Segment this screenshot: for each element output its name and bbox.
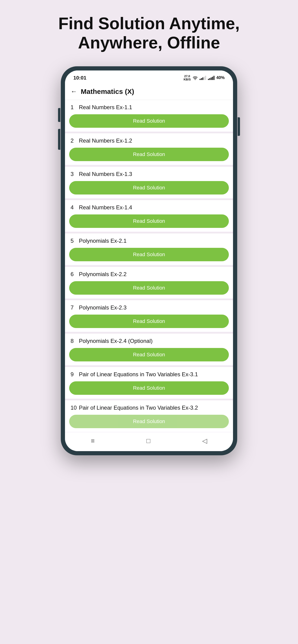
content-area: 1 Real Numbers Ex-1.1 Read Solution 2 Re…	[65, 100, 233, 432]
item-title: Pair of Linear Equations in Two Variable…	[79, 371, 198, 378]
hamburger-menu-icon[interactable]: ≡	[91, 437, 95, 445]
wifi-icon	[193, 76, 198, 80]
phone-screen: 10:01 27.0 KB/S	[65, 70, 233, 451]
signal-icon-2	[208, 76, 214, 80]
item-number: 5	[71, 238, 79, 244]
item-number: 10	[71, 404, 79, 411]
list-item: 3 Real Numbers Ex-1.3 Read Solution	[65, 167, 233, 198]
bottom-nav: ≡ □ ◁	[65, 432, 233, 451]
read-solution-button[interactable]: Read Solution	[69, 281, 229, 295]
item-number: 3	[71, 171, 79, 177]
item-number: 7	[71, 304, 79, 311]
read-solution-button[interactable]: Read Solution	[69, 314, 229, 328]
back-button[interactable]: ←	[71, 88, 77, 95]
list-item: 4 Real Numbers Ex-1.4 Read Solution	[65, 200, 233, 232]
list-item: 5 Polynomials Ex-2.1 Read Solution	[65, 234, 233, 265]
home-icon[interactable]: □	[146, 437, 150, 445]
item-number: 2	[71, 138, 79, 144]
item-title: Polynomials Ex-2.4 (Optional)	[79, 338, 152, 344]
read-solution-button[interactable]: Read Solution	[69, 114, 229, 128]
item-title: Polynomials Ex-2.3	[79, 304, 127, 311]
item-title: Real Numbers Ex-1.3	[79, 171, 132, 177]
item-title: Real Numbers Ex-1.2	[79, 138, 132, 144]
list-item: 1 Real Numbers Ex-1.1 Read Solution	[65, 100, 233, 132]
list-item: 6 Polynomials Ex-2.2 Read Solution	[65, 267, 233, 298]
item-title: Polynomials Ex-2.2	[79, 271, 127, 278]
nav-bar: ← Mathematics (X)	[65, 84, 233, 100]
read-solution-button[interactable]: Read Solution	[69, 415, 229, 428]
item-number: 1	[71, 104, 79, 110]
list-item: 10 Pair of Linear Equations in Two Varia…	[65, 400, 233, 432]
list-item: 8 Polynomials Ex-2.4 (Optional) Read Sol…	[65, 334, 233, 365]
item-number: 6	[71, 271, 79, 278]
svg-point-0	[195, 80, 196, 80]
back-nav-icon[interactable]: ◁	[202, 437, 207, 445]
item-title: Pair of Linear Equations in Two Variable…	[79, 404, 198, 411]
read-solution-button[interactable]: Read Solution	[69, 248, 229, 261]
list-item: 9 Pair of Linear Equations in Two Variab…	[65, 367, 233, 398]
item-title: Real Numbers Ex-1.1	[79, 104, 132, 110]
phone-mockup: 10:01 27.0 KB/S	[61, 66, 237, 456]
list-item: 7 Polynomials Ex-2.3 Read Solution	[65, 300, 233, 332]
read-solution-button[interactable]: Read Solution	[69, 348, 229, 362]
read-solution-button[interactable]: Read Solution	[69, 148, 229, 161]
status-icons: 27.0 KB/S	[184, 75, 225, 81]
list-item: 2 Real Numbers Ex-1.2 Read Solution	[65, 133, 233, 165]
screen-title: Mathematics (X)	[81, 88, 134, 96]
item-title: Real Numbers Ex-1.4	[79, 204, 132, 211]
battery-text: 40%	[216, 75, 225, 80]
page-headline: Find Solution Anytime, Anywhere, Offline	[0, 14, 298, 52]
item-number: 9	[71, 371, 79, 378]
item-number: 8	[71, 338, 79, 344]
signal-icon-1	[200, 76, 206, 80]
read-solution-button[interactable]: Read Solution	[69, 181, 229, 194]
item-number: 4	[71, 204, 79, 211]
read-solution-button[interactable]: Read Solution	[69, 381, 229, 395]
read-solution-button[interactable]: Read Solution	[69, 214, 229, 228]
power-button	[238, 117, 240, 136]
status-time: 10:01	[73, 75, 86, 81]
kb-indicator: 27.0 KB/S	[184, 75, 191, 81]
status-bar: 10:01 27.0 KB/S	[65, 70, 233, 84]
item-title: Polynomials Ex-2.1	[79, 238, 127, 244]
